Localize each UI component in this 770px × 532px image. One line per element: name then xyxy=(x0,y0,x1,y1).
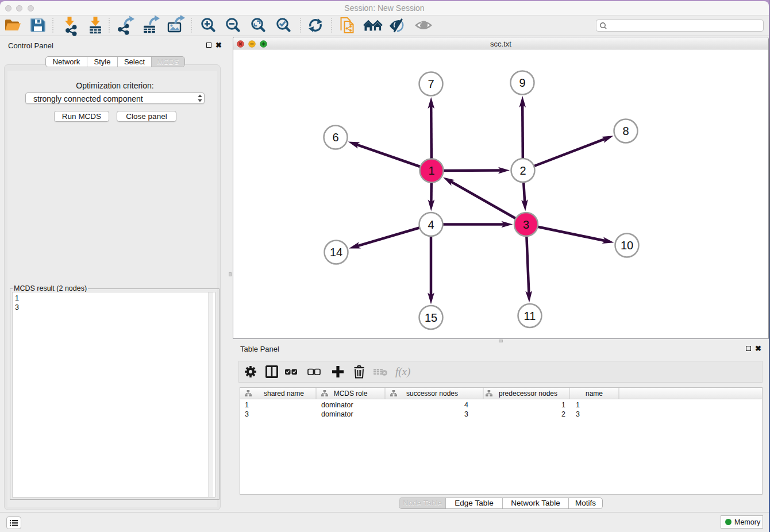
svg-text:shared name: shared name xyxy=(264,390,304,398)
svg-text:f(x): f(x) xyxy=(395,365,410,378)
svg-text:11: 11 xyxy=(524,310,536,322)
svg-text:7: 7 xyxy=(428,78,434,90)
svg-text:9: 9 xyxy=(519,76,525,89)
svg-text:4: 4 xyxy=(428,218,434,231)
svg-text:6: 6 xyxy=(332,131,338,144)
svg-text:10: 10 xyxy=(621,239,633,252)
svg-text:15: 15 xyxy=(425,311,437,324)
svg-text:successor nodes: successor nodes xyxy=(406,390,458,398)
svg-text:name: name xyxy=(586,390,603,398)
svg-text:MCDS role: MCDS role xyxy=(334,390,368,398)
svg-text:14: 14 xyxy=(330,246,342,259)
svg-text:2: 2 xyxy=(519,164,526,177)
svg-text:predecessor nodes: predecessor nodes xyxy=(499,390,557,398)
svg-text:8: 8 xyxy=(622,125,629,137)
svg-text:3: 3 xyxy=(523,218,529,231)
svg-text:1: 1 xyxy=(428,164,434,177)
